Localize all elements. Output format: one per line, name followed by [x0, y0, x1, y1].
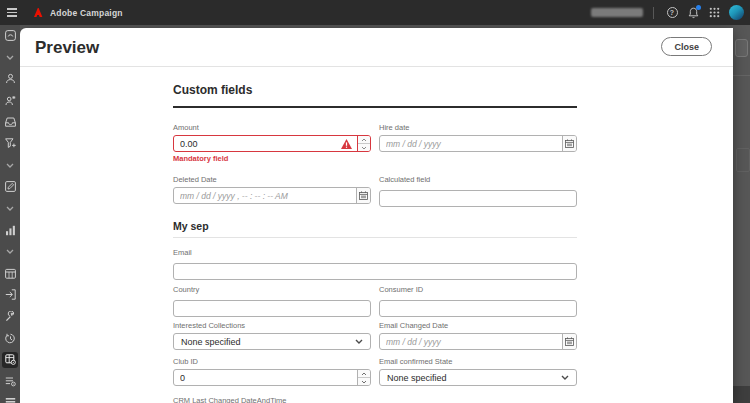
selected-item-highlight [2, 352, 18, 368]
calendar-icon[interactable] [562, 136, 576, 151]
sidebar-item-segments[interactable] [0, 90, 20, 112]
dimmed-background-panel [736, 148, 750, 172]
org-name-redacted [591, 8, 643, 17]
sidebar-item-deliveries[interactable] [0, 111, 20, 133]
field-label: Country [173, 285, 371, 294]
form-row: Deleted Date Calculated field [173, 175, 577, 207]
interested-collections-select[interactable]: None specified [173, 333, 371, 350]
email-input[interactable] [173, 263, 577, 280]
consumer-id-input[interactable] [379, 300, 577, 317]
email-changed-date-input[interactable] [380, 334, 562, 349]
deleted-date-input[interactable] [174, 188, 356, 203]
field-label-crm-last-changed: CRM Last Changed DateAndTime [173, 396, 287, 403]
sidebar-item-history[interactable] [0, 327, 20, 349]
field-club-id: Club ID [173, 357, 371, 386]
amount-input[interactable] [174, 136, 341, 151]
field-email-confirmed-state: Email confirmed State None specified [379, 357, 577, 386]
field-deleted-date: Deleted Date [173, 175, 371, 207]
sidebar-item-forms[interactable] [0, 176, 20, 198]
amount-stepper [357, 136, 370, 151]
section-divider [173, 106, 577, 108]
field-country: Country [173, 285, 371, 317]
field-email-changed-date: Email Changed Date [379, 321, 577, 350]
sidebar-item-custom-fields-selected[interactable] [0, 349, 20, 371]
field-label: Email Changed Date [379, 321, 577, 330]
club-id-input-group [173, 369, 371, 386]
chevron-down-icon[interactable] [0, 198, 20, 220]
field-interested-collections: Interested Collections None specified [173, 321, 371, 350]
field-label: Amount [173, 123, 371, 132]
selected-value: None specified [181, 337, 241, 347]
app-title: Adobe Campaign [50, 8, 123, 18]
form-row: Club ID Email confirmed State None speci… [173, 357, 577, 386]
sidebar-item-menu-list[interactable] [0, 392, 20, 403]
sidebar-item-reports[interactable] [0, 219, 20, 241]
selected-value: None specified [387, 373, 447, 383]
dimmed-background-divider [733, 75, 750, 76]
deleted-date-input-group [173, 187, 371, 204]
chevron-down-icon [355, 339, 363, 344]
field-consumer-id: Consumer ID [379, 285, 577, 317]
sidebar-item-filters[interactable] [0, 133, 20, 155]
stepper-up-button[interactable] [358, 370, 370, 378]
amount-input-group [173, 135, 371, 152]
notifications-bell-icon[interactable] [684, 4, 702, 22]
email-changed-date-input-group [379, 333, 577, 350]
error-message: Mandatory field [173, 154, 228, 163]
hire-date-input[interactable] [380, 136, 562, 151]
club-id-input[interactable] [174, 370, 357, 385]
adobe-a-icon [34, 8, 44, 17]
chevron-down-icon[interactable] [0, 47, 20, 69]
help-icon[interactable]: ? [663, 4, 681, 22]
chevron-down-icon[interactable] [0, 155, 20, 177]
close-button[interactable]: Close [661, 37, 712, 56]
field-label: Hire date [379, 123, 577, 132]
field-label: Email confirmed State [379, 357, 577, 366]
field-email: Email [173, 248, 577, 280]
dimmed-background-button [735, 39, 748, 57]
section-heading-custom-fields: Custom fields [173, 83, 252, 97]
calendar-icon[interactable] [356, 188, 370, 203]
section-divider [173, 237, 577, 238]
sidebar-item-imports[interactable] [0, 284, 20, 306]
field-label: Calculated field [379, 175, 577, 184]
chevron-down-icon[interactable] [0, 241, 20, 263]
form-content: Custom fields Amount Hire date [173, 28, 577, 403]
app-switcher-grid-icon[interactable] [705, 4, 723, 22]
chevron-down-icon [561, 375, 569, 380]
dimmed-background-footer [733, 386, 750, 403]
hamburger-menu-icon[interactable] [2, 0, 22, 25]
sidebar-item-config-list[interactable] [0, 371, 20, 393]
topbar-divider [653, 7, 654, 19]
calculated-field-input[interactable] [379, 190, 577, 207]
sidebar-item-profiles[interactable] [0, 68, 20, 90]
sidebar-item-schedule[interactable] [0, 263, 20, 285]
field-label: Deleted Date [173, 175, 371, 184]
club-id-stepper [357, 370, 370, 385]
hire-date-input-group [379, 135, 577, 152]
stepper-up-button[interactable] [358, 136, 370, 144]
stepper-down-button[interactable] [358, 378, 370, 385]
field-label: Consumer ID [379, 285, 577, 294]
page-title: Preview [35, 38, 99, 58]
calendar-icon[interactable] [562, 334, 576, 349]
field-label: Interested Collections [173, 321, 371, 330]
notification-dot [696, 5, 701, 10]
top-bar: Adobe Campaign ? [0, 0, 750, 25]
section-heading-my-sep: My sep [173, 220, 209, 232]
form-row: Country Consumer ID [173, 285, 577, 317]
field-label: Club ID [173, 357, 371, 366]
field-amount: Amount [173, 123, 371, 152]
country-input[interactable] [173, 300, 371, 317]
sidebar-item-dashboard[interactable] [0, 25, 20, 47]
sidebar-item-tools[interactable] [0, 306, 20, 328]
email-confirmed-state-select[interactable]: None specified [379, 369, 577, 386]
form-row: Amount Hire date [173, 123, 577, 152]
user-avatar[interactable] [729, 5, 744, 20]
preview-modal: Preview Close Custom fields Amount [20, 28, 733, 403]
field-hire-date: Hire date [379, 123, 577, 152]
field-label: Email [173, 248, 577, 257]
stepper-down-button[interactable] [358, 144, 370, 151]
adobe-logo [34, 8, 44, 17]
warning-icon [341, 136, 357, 151]
